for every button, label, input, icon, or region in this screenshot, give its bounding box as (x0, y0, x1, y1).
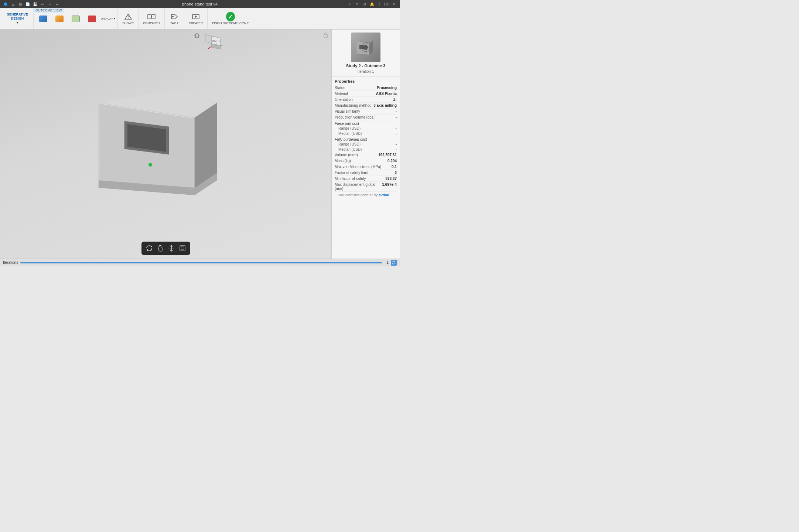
svg-marker-12 (195, 103, 217, 188)
outcome-thumbnail[interactable] (351, 33, 380, 62)
ppc-range-row: Range (USD) - (335, 126, 397, 131)
title-bar: 🔷 ☰ ⊞ 📄 💾 ↩ ↪ ▸ phone stand test v4 + ⟳ … (0, 0, 400, 8)
prop-label-safety-limit: Factor of safety limit (335, 171, 395, 175)
file-icon[interactable]: 📄 (25, 1, 30, 7)
lock-btn[interactable] (323, 33, 328, 39)
generative-design-section: GENERATIVE DESIGN ▼ (1, 8, 34, 29)
thumbnail-area: Study 2 - Outcome 3 Iteration 1 (332, 30, 400, 77)
svg-marker-22 (206, 34, 211, 44)
fit-view-btn[interactable] (178, 243, 187, 253)
outcome-title: Study 2 - Outcome 3 (346, 64, 385, 68)
tag-label: TAG ▾ (170, 21, 178, 25)
fbc-median-value: - (396, 147, 397, 151)
prop-label-max-displacement: Max displacement global (mm) (335, 183, 382, 191)
prop-label-volume: Volume (mm³) (335, 153, 378, 157)
prop-row-status: Status Processing (335, 85, 397, 91)
user-avatar[interactable]: HH (384, 1, 389, 7)
properties-title: Properties (335, 79, 397, 83)
prop-label-visual-similarity: Visual similarity (335, 109, 396, 113)
show-icon (124, 13, 133, 21)
outcome-subtitle: Iteration 1 (358, 69, 374, 74)
compare-icon (147, 13, 156, 21)
add-tab-btn[interactable]: + (347, 1, 352, 7)
display-hidden-btn[interactable] (85, 14, 99, 24)
rotate-btn[interactable] (144, 243, 154, 253)
piece-part-cost-title: Piece part cost (335, 120, 397, 126)
bell-icon[interactable]: 🔔 (369, 1, 375, 7)
create-btn[interactable]: CREATE ▾ (187, 11, 205, 26)
fbc-range-value: - (396, 142, 397, 146)
display-solid-icon (39, 15, 48, 23)
fbc-median-row: Median (USD) - (335, 147, 397, 152)
compare-btn[interactable]: COMPARE ▾ (141, 11, 162, 26)
window-title: phone stand test v4 (182, 2, 218, 6)
ppc-range-value: - (396, 126, 397, 130)
compare-section: COMPARE ▾ (139, 8, 165, 29)
finish-outcome-label: FINISH OUTCOME VIEW ▾ (212, 21, 248, 25)
apriori-credit: Cost estimates powered by aPriori (335, 192, 397, 199)
svg-rect-3 (148, 14, 151, 19)
iterations-slider[interactable] (20, 262, 382, 263)
settings-btn[interactable]: ⚙ (362, 1, 367, 7)
prop-value-visual-similarity: - (396, 109, 397, 113)
prop-value-mfg-method: 3 axis milling (373, 103, 397, 108)
properties-section: Properties Status Processing Material AB… (332, 77, 400, 201)
display-wire-icon (71, 15, 80, 23)
svg-text:RIGHT: RIGHT (212, 40, 221, 42)
gen-design-arrow: ▼ (16, 21, 19, 25)
create-section: CREATE ▾ (184, 8, 208, 29)
model-area: RIGHT (0, 30, 331, 259)
generative-design-btn[interactable]: GENERATIVE DESIGN ▼ (4, 11, 31, 27)
zoom-btn[interactable] (167, 243, 176, 253)
finish-outcome-btn[interactable]: ✓ FINISH OUTCOME VIEW ▾ (210, 11, 250, 26)
prop-value-min-safety: 373.37 (385, 177, 397, 181)
grid-icon[interactable]: ⊞ (18, 1, 23, 7)
view-controls (141, 242, 190, 255)
apriori-logo: aPriori (379, 193, 389, 197)
prop-label-material: Material (335, 92, 376, 96)
display-label[interactable]: DISPLAY ▾ (101, 17, 115, 20)
display-color-icon (55, 15, 64, 23)
create-label: CREATE ▾ (189, 21, 203, 25)
refresh-btn[interactable]: ⟳ (355, 1, 360, 7)
pan-btn[interactable] (156, 243, 165, 253)
home-btn[interactable] (194, 33, 200, 38)
display-color-btn[interactable] (52, 14, 67, 24)
svg-rect-30 (181, 247, 184, 250)
redo-icon[interactable]: ↪ (47, 1, 52, 7)
display-wire-btn[interactable] (68, 14, 83, 24)
menu-icon[interactable]: ☰ (10, 1, 16, 7)
show-btn[interactable]: SHOW ▾ (120, 11, 136, 26)
nav-cube-svg: RIGHT (204, 33, 224, 53)
display-solid-btn[interactable] (36, 14, 51, 24)
expand-iterations-btn[interactable] (391, 260, 397, 266)
fbc-range-row: Range (USD) - (335, 142, 397, 147)
prop-value-max-von-mises: 0.1 (392, 165, 397, 169)
iterations-bar: Iterations 1 (0, 259, 400, 266)
viewport[interactable]: RIGHT (0, 30, 331, 259)
app-icon: 🔷 (3, 1, 8, 7)
prop-label-mass: Mass (kg) (335, 159, 387, 163)
ppc-median-row: Median (USD) - (335, 131, 397, 136)
prop-row-orientation: Orientation Z- (335, 97, 397, 103)
svg-rect-4 (152, 14, 155, 19)
undo-icon[interactable]: ↩ (40, 1, 45, 7)
prop-row-mfg-method: Manufacturing method 3 axis milling (335, 103, 397, 109)
prop-row-production-volume: Production volume (pcs.) - (335, 115, 397, 120)
more-icon[interactable]: ▸ (55, 1, 60, 7)
prop-row-max-von-mises: Max von Mises stress (MPa) 0.1 (335, 164, 397, 170)
save-icon[interactable]: 💾 (33, 1, 38, 7)
svg-point-2 (128, 18, 129, 19)
title-bar-right: + ⟳ ⚙ 🔔 ? HH × (347, 1, 397, 7)
finish-outcome-section: ✓ FINISH OUTCOME VIEW ▾ (208, 8, 253, 29)
close-btn[interactable]: × (392, 1, 397, 7)
prop-value-material: ABS Plastic (376, 92, 397, 96)
prop-row-volume: Volume (mm³) 192,597.61 (335, 152, 397, 158)
tag-icon (170, 13, 179, 21)
tag-btn[interactable]: TAG ▾ (167, 11, 182, 26)
nav-cube[interactable]: RIGHT (204, 33, 224, 53)
ppc-median-label: Median (USD) (338, 132, 362, 136)
help-btn[interactable]: ? (377, 1, 382, 7)
iterations-label: Iterations (3, 260, 18, 265)
prop-value-orientation: Z- (393, 98, 397, 102)
